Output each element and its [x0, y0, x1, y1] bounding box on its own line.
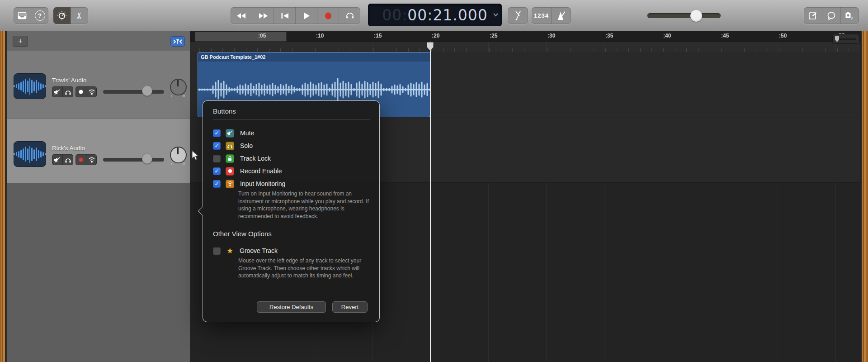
playhead-line[interactable]: [430, 42, 431, 362]
record-enable-button[interactable]: [75, 86, 86, 97]
note-pad-icon: [808, 11, 817, 20]
mouse-cursor: [192, 150, 199, 161]
track-name[interactable]: Travis' Audio: [52, 77, 86, 84]
metronome-button[interactable]: [551, 7, 571, 24]
second-tick: [280, 48, 281, 52]
input-monitoring-checkbox[interactable]: ✓: [213, 180, 221, 188]
record-enable-checkbox[interactable]: ✓: [213, 167, 221, 175]
count-in-button[interactable]: 1234: [532, 7, 551, 24]
second-tick: [628, 48, 629, 52]
second-tick: [559, 48, 559, 52]
lcd-chevron-down-icon[interactable]: [493, 13, 499, 17]
second-tick: [396, 48, 397, 52]
input-monitoring-button[interactable]: [86, 154, 97, 165]
second-tick: [524, 48, 524, 52]
controls-editor-group: ✂: [53, 7, 88, 24]
track-name[interactable]: Rick's Audio: [52, 145, 85, 152]
tuner-group: [508, 7, 528, 24]
add-track-button[interactable]: +: [13, 36, 28, 47]
track-volume-slider[interactable]: [103, 158, 164, 162]
lcd-display[interactable]: 00: 00:21.000: [368, 4, 502, 26]
pan-left-label: L: [171, 95, 173, 98]
headphones-icon: [65, 89, 71, 95]
mute-button[interactable]: [52, 86, 62, 97]
groove-track-checkbox[interactable]: ✓: [213, 247, 221, 255]
record-enable-option-icon: [226, 167, 234, 176]
pan-knob[interactable]: [170, 147, 187, 163]
play-button[interactable]: [295, 7, 317, 24]
second-tick: [315, 48, 316, 52]
second-tick: [826, 48, 826, 52]
second-tick: [257, 48, 258, 52]
second-tick: [849, 48, 849, 52]
rewind-button[interactable]: [231, 7, 252, 24]
media-browser-button[interactable]: ♪: [840, 7, 859, 24]
track-volume-slider[interactable]: [103, 90, 164, 94]
restore-defaults-button[interactable]: Restore Defaults: [257, 301, 326, 313]
go-to-beginning-button[interactable]: [274, 7, 295, 24]
horizontal-zoom-slider[interactable]: [832, 34, 859, 44]
mute-option-label: Mute: [240, 129, 254, 137]
option-row-record-enable: ✓ Record Enable: [213, 166, 282, 176]
mute-speaker-icon: [54, 89, 61, 95]
time-ruler[interactable]: :05:10:15:20:25:30:35:40:45:50:55: [190, 31, 860, 42]
zoom-slider-thumb[interactable]: [835, 36, 839, 42]
second-tick: [605, 48, 606, 52]
editor-button[interactable]: ✂: [71, 7, 88, 24]
track-header-options-popover: Buttons ✓ Mute ✓ Solo ✓ Track Lock ✓: [203, 100, 380, 322]
smart-controls-button[interactable]: [53, 7, 71, 24]
cycle-icon: [345, 11, 355, 20]
note-pad-button[interactable]: [804, 7, 822, 24]
track-volume-thumb[interactable]: [142, 86, 152, 96]
track-volume-thumb[interactable]: [142, 153, 152, 164]
solo-button[interactable]: [62, 86, 73, 97]
library-button[interactable]: [14, 7, 31, 24]
catch-playhead-button[interactable]: [170, 36, 185, 47]
solo-checkbox[interactable]: ✓: [213, 142, 221, 150]
second-tick: [651, 48, 652, 52]
second-tick: [733, 48, 733, 52]
second-tick: [489, 48, 490, 52]
lcd-hours: 00:: [382, 6, 407, 24]
input-monitoring-button[interactable]: [86, 86, 97, 97]
master-volume-slider[interactable]: [647, 13, 721, 18]
metronome-icon: [557, 11, 566, 21]
pan-knob[interactable]: [170, 79, 187, 95]
second-tick: [582, 48, 582, 52]
forward-button[interactable]: [252, 7, 274, 24]
track-header-topbar: +: [7, 31, 190, 51]
solo-button[interactable]: [62, 154, 73, 165]
cycle-button[interactable]: [339, 7, 360, 24]
loop-browser-button[interactable]: [822, 7, 840, 24]
media-browser-icon: ♪: [845, 11, 855, 21]
track-row-rick[interactable]: Rick's Audio: [7, 119, 190, 183]
pan-left-label: L: [171, 162, 173, 166]
option-row-track-lock: ✓ Track Lock: [213, 153, 271, 164]
mute-solo-group: [52, 86, 73, 97]
record-button[interactable]: [317, 7, 339, 24]
track-icon-waveform[interactable]: [14, 73, 46, 99]
second-tick: [791, 48, 791, 52]
tuner-button[interactable]: [508, 7, 528, 24]
second-tick: [466, 48, 467, 52]
input-monitoring-option-icon: [226, 180, 234, 188]
quick-help-button[interactable]: ?: [31, 7, 48, 24]
mute-button[interactable]: [52, 154, 62, 165]
solo-option-label: Solo: [240, 142, 253, 149]
cycle-zone[interactable]: [195, 32, 287, 42]
option-row-input-monitoring: ✓ Input Monitoring: [213, 178, 285, 189]
option-row-solo: ✓ Solo: [213, 140, 253, 151]
help-icon: ?: [35, 10, 45, 21]
mute-checkbox[interactable]: ✓: [213, 129, 221, 137]
track-row-travis[interactable]: Travis' Audio: [7, 51, 190, 119]
second-tick: [222, 48, 223, 52]
second-tick: [675, 48, 675, 52]
revert-button[interactable]: Revert: [332, 301, 368, 313]
input-monitoring-icon: [88, 157, 95, 163]
second-tick: [327, 48, 327, 52]
input-monitoring-description: Turn on Input Monitoring to hear sound f…: [238, 190, 373, 220]
record-enable-button[interactable]: [75, 154, 86, 165]
track-lock-checkbox[interactable]: ✓: [213, 155, 221, 162]
master-volume-thumb[interactable]: [690, 10, 702, 22]
track-icon-waveform[interactable]: [14, 141, 46, 167]
